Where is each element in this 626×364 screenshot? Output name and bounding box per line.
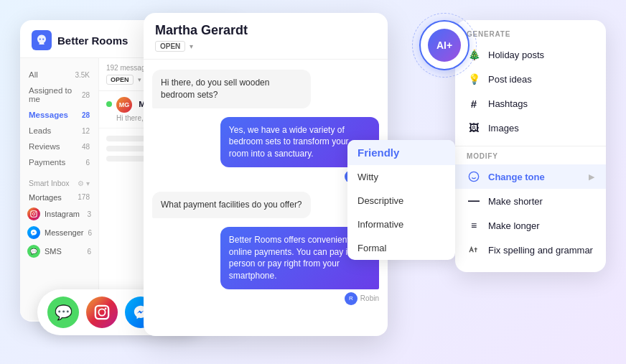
message-0: Hi there, do you sell wooden bedroom set… <box>152 70 311 108</box>
message-group-1: Yes, we have a wide variety of bedroom s… <box>152 117 379 183</box>
make-longer-icon: ≡ <box>467 218 481 233</box>
fix-spelling-icon <box>467 243 481 257</box>
tone-subdropdown: Friendly Witty Descriptive Informative F… <box>347 140 455 260</box>
crm-title: Better Rooms <box>57 34 128 47</box>
modify-section-title: MODIFY <box>455 152 606 160</box>
svg-rect-5 <box>95 306 108 319</box>
channel-instagram[interactable]: Instagram 3 <box>20 205 98 223</box>
unread-dot <box>106 101 112 107</box>
scene: Better Rooms All 3.5K Assigned to me 28 … <box>0 0 626 364</box>
chat-header: Martha Gerardt OPEN ▾ <box>144 13 388 60</box>
chevron-right-icon: ▶ <box>589 172 594 182</box>
nav-mortages[interactable]: Mortages 178 <box>20 190 98 205</box>
sender-avatar-2: R <box>345 292 358 305</box>
instagram-button[interactable] <box>86 297 118 328</box>
tone-option-witty[interactable]: Witty <box>347 165 455 189</box>
make-shorter-icon: — <box>467 194 481 208</box>
svg-point-0 <box>39 38 41 39</box>
chat-contact-name: Martha Gerardt <box>155 23 376 38</box>
divider <box>455 146 606 146</box>
gen-item-hashtags[interactable]: # Hashtags <box>455 91 606 116</box>
avatar: MG <box>116 97 132 113</box>
crm-nav: All 3.5K Assigned to me 28 Messages 28 L… <box>20 58 99 320</box>
gen-item-images[interactable]: 🖼 Images <box>455 116 606 140</box>
message-group-3: Better Rooms offers convenient online pa… <box>152 227 379 305</box>
sms-icon: 💬 <box>27 245 40 258</box>
crm-logo <box>32 30 52 50</box>
nav-assigned[interactable]: Assigned to me 28 <box>20 83 98 107</box>
nav-payments[interactable]: Payments 6 <box>20 154 98 170</box>
tone-option-friendly[interactable]: Friendly <box>347 140 455 165</box>
change-tone-icon <box>467 169 481 184</box>
post-ideas-icon: 💡 <box>467 72 481 86</box>
status-chevron-icon: ▾ <box>190 42 193 50</box>
hashtags-icon: # <box>467 96 481 111</box>
nav-messages[interactable]: Messages 28 <box>20 107 98 123</box>
tone-option-informative[interactable]: Informative <box>347 213 455 236</box>
panel-generate: GENERATE 🎄 Holiday posts 💡 Post ideas # … <box>455 20 606 272</box>
gen-item-fix-spelling[interactable]: Fix spelling and grammar <box>455 238 606 262</box>
svg-point-3 <box>32 213 34 215</box>
gen-item-holiday[interactable]: 🎄 Holiday posts <box>455 42 606 67</box>
channel-sms[interactable]: 💬 SMS 6 <box>20 242 98 261</box>
svg-point-7 <box>105 308 107 310</box>
gen-item-change-tone[interactable]: Change tone ▶ <box>455 164 606 189</box>
svg-point-6 <box>98 309 105 315</box>
nav-all[interactable]: All 3.5K <box>20 67 98 83</box>
svg-point-4 <box>35 212 36 213</box>
message-2: What payment facilities do you offer? <box>152 192 311 218</box>
ai-label: AI+ <box>428 29 461 62</box>
messenger-icon <box>27 226 40 239</box>
nav-leads[interactable]: Leads 12 <box>20 123 98 139</box>
nav-smart-inbox[interactable]: Smart Inbox ⚙ ▾ <box>20 176 98 190</box>
gen-item-make-shorter[interactable]: — Make shorter <box>455 189 606 213</box>
tone-option-descriptive[interactable]: Descriptive <box>347 189 455 213</box>
ai-circle[interactable]: AI+ <box>419 20 470 70</box>
instagram-icon <box>27 207 40 220</box>
images-icon: 🖼 <box>467 121 481 135</box>
gen-item-post-ideas[interactable]: 💡 Post ideas <box>455 67 606 91</box>
nav-reviews[interactable]: Reviews 48 <box>20 139 98 154</box>
channel-messenger[interactable]: Messenger 6 <box>20 223 98 242</box>
gen-item-make-longer[interactable]: ≡ Make longer <box>455 213 606 238</box>
tone-option-formal[interactable]: Formal <box>347 236 455 260</box>
generate-section-title: GENERATE <box>455 30 606 38</box>
sms-button[interactable]: 💬 <box>47 297 79 328</box>
svg-point-1 <box>42 38 44 39</box>
